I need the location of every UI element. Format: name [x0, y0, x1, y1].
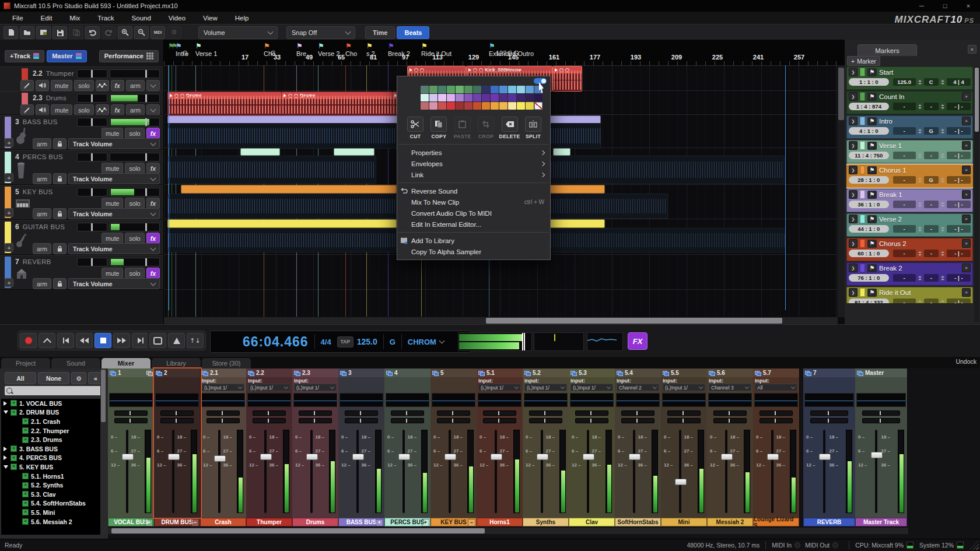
track-checkbox[interactable]: ×: [22, 418, 29, 424]
mixer-strip-5.1[interactable]: 5.1Input:(L)Input 1/0 –6 –12 –18 –27 –36…: [477, 368, 523, 518]
add-lane-button[interactable]: +: [5, 138, 13, 147]
input-dropdown[interactable]: (L)Input 1/: [202, 384, 244, 391]
mixer-strip-4[interactable]: 40 –6 –12 –18 –27 –36 –: [384, 368, 431, 518]
volume-slider[interactable]: [110, 153, 160, 162]
key-spinner[interactable]: [940, 129, 945, 134]
marker-tempo[interactable]: -: [893, 225, 916, 233]
input-dropdown[interactable]: Channel 2: [617, 384, 659, 391]
fader-handle[interactable]: [583, 454, 594, 460]
marker-color-swatch[interactable]: [860, 288, 865, 297]
mixer-hscroll-thumb[interactable]: [111, 528, 485, 534]
input-dropdown[interactable]: (L)Input 1/: [663, 384, 705, 391]
menu-video[interactable]: Video: [160, 15, 194, 22]
mixer-strip-2.2[interactable]: 2.2Input:(L)Input 1/0 –6 –12 –18 –27 –36…: [246, 368, 293, 518]
eq-slider[interactable]: [206, 410, 240, 416]
punch-button[interactable]: [38, 333, 55, 348]
pan-slider[interactable]: [810, 418, 848, 423]
strip-name-label[interactable]: BASS BUS+: [338, 518, 384, 527]
marker-key[interactable]: C: [924, 78, 939, 86]
fader-handle[interactable]: [352, 454, 364, 460]
clip[interactable]: [552, 66, 582, 92]
track-checkbox[interactable]: ×: [10, 445, 17, 452]
markers-scroll-thumb[interactable]: [975, 68, 979, 132]
strip-name-label[interactable]: KEY BUS−: [430, 518, 477, 527]
mixer-strip-5.2[interactable]: 5.2Input:(L)Input 1/0 –6 –12 –18 –27 –36…: [523, 368, 569, 518]
clip[interactable]: [550, 228, 786, 252]
mixer-strip-5.3[interactable]: 5.3Input:(L)Input 1/0 –6 –12 –18 –27 –36…: [569, 368, 615, 518]
tap-tempo-button[interactable]: TAP: [337, 336, 354, 348]
color-swatch[interactable]: [421, 86, 429, 93]
track-header-2.3[interactable]: 2.3Drumsmutesolofxarm: [0, 91, 163, 115]
fader-handle[interactable]: [122, 454, 134, 460]
marker-tempo[interactable]: -: [893, 152, 916, 159]
new-file-icon[interactable]: [4, 26, 18, 39]
tree-item[interactable]: ×2. DRUM BUS: [1, 408, 101, 417]
fader-handle[interactable]: [629, 454, 640, 460]
key-spinner[interactable]: [940, 227, 945, 231]
color-swatch[interactable]: [526, 86, 534, 93]
color-swatch[interactable]: [421, 94, 429, 101]
tab-library[interactable]: Library: [152, 358, 201, 368]
marker-key[interactable]: -: [924, 299, 939, 303]
color-swatch[interactable]: [534, 94, 542, 101]
collapse-bus-button[interactable]: −: [468, 519, 475, 527]
color-swatch[interactable]: [517, 86, 525, 93]
delete-marker-button[interactable]: ×: [962, 117, 971, 125]
volume-slider[interactable]: [110, 223, 160, 231]
strip-name-label[interactable]: Master Track: [855, 518, 907, 527]
tempo-spinner[interactable]: [918, 129, 922, 134]
pan-slider[interactable]: [299, 418, 332, 423]
tree-item[interactable]: ×2.2. Thumper: [1, 426, 101, 436]
delete-marker-button[interactable]: ×: [962, 264, 971, 272]
arm-button[interactable]: arm: [126, 80, 145, 91]
eq-slider[interactable]: [713, 410, 747, 416]
marker-key[interactable]: -: [924, 152, 939, 159]
metronome-button[interactable]: [168, 333, 185, 348]
input-dropdown[interactable]: (L)Input 1/: [478, 384, 521, 391]
tree-item[interactable]: ×5.5. Mini: [1, 508, 101, 517]
color-swatch[interactable]: [421, 102, 429, 110]
color-swatch[interactable]: [473, 94, 481, 101]
color-swatch[interactable]: [473, 86, 481, 93]
menu-item-envelopes[interactable]: Envelopes: [397, 158, 550, 169]
arm-button[interactable]: arm: [33, 278, 51, 289]
marker-row[interactable]: ❯⚑Break 1×36 : 1 : 0--- | -: [846, 189, 973, 212]
color-swatch[interactable]: [517, 94, 525, 101]
key-spinner[interactable]: [940, 80, 945, 85]
rewind-button[interactable]: [76, 333, 93, 348]
tree-scrollbar[interactable]: [100, 368, 106, 535]
go-to-start-button[interactable]: [57, 333, 74, 348]
timeline-ruler[interactable]: 1733496581971131291451611771932092252412…: [164, 40, 845, 66]
expand-marker-button[interactable]: ❯: [849, 288, 858, 297]
clip[interactable]: [550, 219, 605, 228]
color-swatch[interactable]: [482, 94, 490, 101]
key-spinner[interactable]: [940, 153, 945, 158]
mixer-strip-2.3[interactable]: 2.3Input:(L)Input 1/0 –6 –12 –18 –27 –36…: [292, 368, 339, 518]
strip-name-label[interactable]: Drums: [292, 518, 338, 527]
expand-button[interactable]: [146, 104, 160, 115]
volume-slider[interactable]: [110, 69, 160, 78]
menu-sound[interactable]: Sound: [123, 15, 160, 22]
all-button[interactable]: All: [5, 372, 36, 384]
snap-dropdown[interactable]: Snap Off: [286, 26, 355, 39]
solo-button[interactable]: solo: [125, 233, 144, 244]
marker-key[interactable]: -: [924, 250, 939, 257]
menu-item-copy-to-alpha-sampler[interactable]: Copy To Alpha Sampler: [397, 246, 550, 257]
mute-button[interactable]: mute: [102, 268, 123, 279]
markers-tab[interactable]: Markers: [858, 44, 917, 56]
eq-slider[interactable]: [575, 410, 608, 416]
tab-mixer[interactable]: Mixer: [102, 358, 150, 368]
eq-slider[interactable]: [253, 410, 286, 416]
pan-slider[interactable]: [114, 418, 148, 423]
clip-toggle-switch[interactable]: [534, 78, 547, 84]
mixer-strip-2[interactable]: 20 –6 –12 –18 –27 –36 –: [154, 368, 201, 518]
key-spinner[interactable]: [940, 251, 945, 256]
pencil-button[interactable]: [20, 104, 34, 115]
panel-close-button[interactable]: ×: [968, 45, 977, 54]
marker-position[interactable]: 1 : 1 : 0: [849, 78, 889, 86]
strip-name-label[interactable]: PERCS BUS+: [384, 518, 430, 527]
go-to-end-button[interactable]: [132, 333, 149, 348]
menu-item-link[interactable]: Link: [397, 169, 550, 180]
eq-slider[interactable]: [667, 410, 701, 416]
color-swatch[interactable]: [438, 94, 446, 101]
